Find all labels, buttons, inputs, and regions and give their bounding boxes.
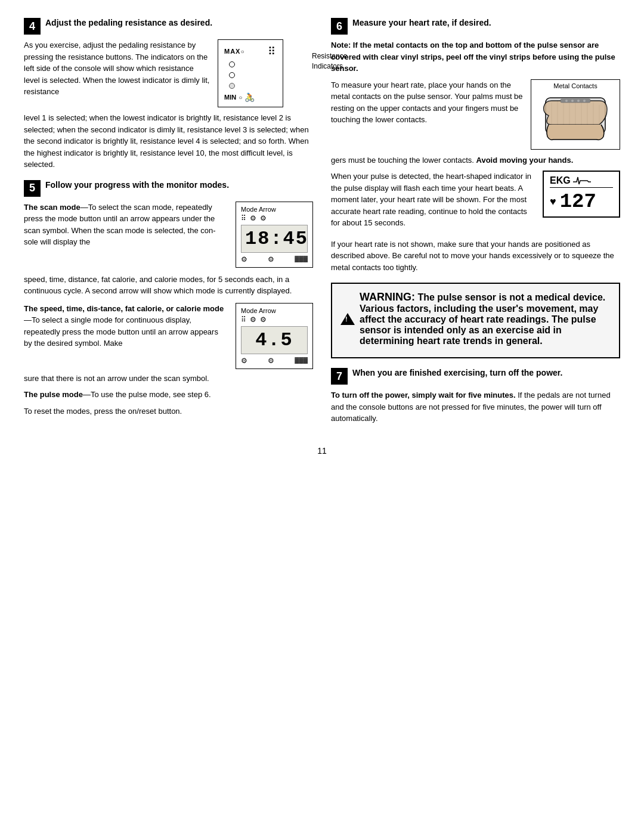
monitor-bottom-icons-1: ⚙⚙▓▓▓ bbox=[241, 255, 308, 264]
monitor-display-1: 18:45 bbox=[241, 225, 308, 253]
reset-text: To reset the modes, press the on/reset b… bbox=[24, 405, 313, 417]
hand-diagram bbox=[537, 92, 614, 145]
step-7-title: When you are finished exercising, turn o… bbox=[352, 368, 562, 377]
step-4-number: 4 bbox=[24, 18, 41, 35]
warning-triangle-icon bbox=[340, 313, 355, 325]
person-icon: 🚴 bbox=[244, 92, 255, 102]
warning-title-text: WARNING: The pulse sensor is not a medic… bbox=[360, 291, 611, 346]
page: 4 Adjust the pedaling resistance as desi… bbox=[24, 18, 620, 456]
step-6-body1: To measure your heart rate, place your h… bbox=[331, 79, 524, 131]
svg-point-11 bbox=[565, 100, 568, 102]
step-6-body2: When your pulse is detected, the heart-s… bbox=[331, 171, 535, 234]
step-6-title: Measure your heart rate, if desired. bbox=[352, 18, 491, 27]
monitor-2: Mode Arrow ⠿⚙⚙ 4.5 ⚙⚙▓▓▓ bbox=[236, 303, 313, 369]
step-4-body2: level 1 is selected; when the lowest ind… bbox=[24, 112, 313, 171]
monitor-bottom-icons-2: ⚙⚙▓▓▓ bbox=[241, 357, 308, 365]
step-5: 5 Follow your progress with the monitor … bbox=[24, 180, 313, 417]
monitor-top-icons-1: ⠿⚙⚙ bbox=[241, 214, 308, 222]
ekg-number: 127 bbox=[560, 190, 596, 213]
avoid-moving: gers must be touching the lower contacts… bbox=[331, 154, 620, 166]
min-label: MIN ○ 🚴 bbox=[224, 92, 277, 102]
ekg-display: EKG ♥ 127 bbox=[543, 171, 620, 218]
warning-box: WARNING: The pulse sensor is not a medic… bbox=[331, 283, 620, 358]
svg-point-13 bbox=[577, 100, 580, 102]
step-4-body1: As you exercise, adjust the pedaling res… bbox=[24, 39, 210, 103]
metal-contacts-figure: Metal Contacts bbox=[531, 79, 620, 150]
step-7: 7 When you are finished exercising, turn… bbox=[331, 368, 620, 425]
svg-point-12 bbox=[571, 100, 574, 102]
step-6: 6 Measure your heart rate, if desired. N… bbox=[331, 18, 620, 273]
step-4: 4 Adjust the pedaling resistance as desi… bbox=[24, 18, 313, 171]
scan-mode-body: speed, time, distance, fat calorie, and … bbox=[24, 274, 313, 297]
ekg-heart-icon: ♥ bbox=[550, 196, 556, 208]
ekg-wave-icon bbox=[573, 176, 591, 185]
mode-arrow-label-1: Mode Arrow bbox=[241, 206, 308, 213]
monitor-1: Mode Arrow ⠿⚙⚙ 18:45 ⚙⚙▓▓▓ bbox=[236, 202, 313, 268]
mode-arrow-label-2: Mode Arrow bbox=[241, 307, 308, 314]
step-7-number: 7 bbox=[331, 368, 348, 385]
svg-point-14 bbox=[583, 100, 586, 102]
speed-mode-body: sure that there is not an arrow under th… bbox=[24, 373, 313, 385]
scan-mode-title: The scan mode bbox=[24, 203, 80, 212]
monitor-display-2: 4.5 bbox=[241, 326, 308, 354]
step-5-number: 5 bbox=[24, 180, 41, 197]
speed-mode-title: The speed, time, dis-tance, fat calorie,… bbox=[24, 304, 224, 313]
metal-contacts-label: Metal Contacts bbox=[534, 82, 617, 89]
pulse-mode-text: The pulse mode—To use the pulse mode, se… bbox=[24, 389, 313, 401]
page-number: 11 bbox=[24, 446, 620, 456]
monitor-top-icons-2: ⠿⚙⚙ bbox=[241, 315, 308, 324]
step-7-body: To turn off the power, simply wait for f… bbox=[331, 389, 620, 425]
speed-mode-text: The speed, time, dis-tance, fat calorie,… bbox=[24, 303, 228, 354]
resistance-diagram: MAX○ ⠿ MIN ○ 🚴 bbox=[218, 39, 283, 107]
resistance-label: ResistanceIndicators bbox=[312, 51, 366, 72]
scan-mode-text: The scan mode—To select the scan mode, r… bbox=[24, 202, 228, 253]
step-6-body3: If your heart rate is not shown, make su… bbox=[331, 239, 620, 274]
right-column: 6 Measure your heart rate, if desired. N… bbox=[331, 18, 620, 434]
step-6-note: Note: If the metal contacts on the top a… bbox=[331, 39, 620, 75]
max-label: MAX○ bbox=[224, 48, 245, 55]
step-4-title: Adjust the pedaling resistance as desire… bbox=[45, 18, 212, 27]
step-6-number: 6 bbox=[331, 18, 348, 35]
step-5-title: Follow your progress with the monitor mo… bbox=[45, 180, 229, 190]
ekg-label: EKG bbox=[550, 175, 571, 186]
svg-rect-10 bbox=[561, 99, 590, 103]
left-column: 4 Adjust the pedaling resistance as desi… bbox=[24, 18, 313, 434]
